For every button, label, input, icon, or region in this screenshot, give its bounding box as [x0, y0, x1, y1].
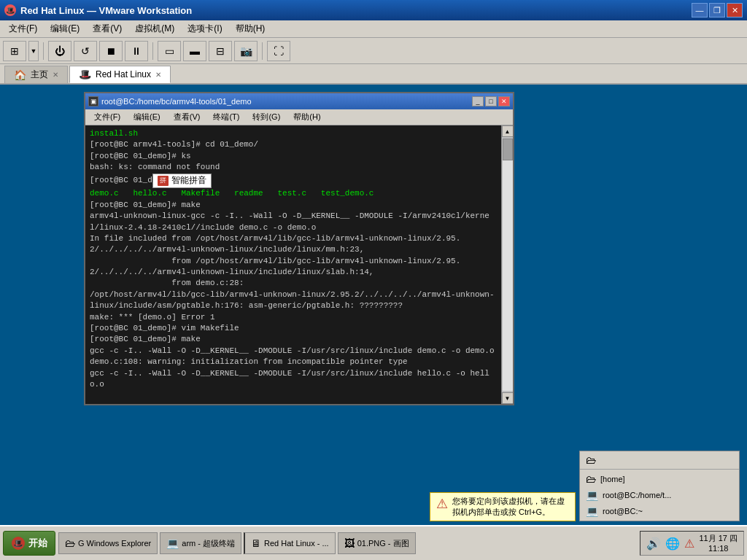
minimize-button[interactable]: — [692, 3, 708, 18]
tab-redhat-label: Red Hat Linux [96, 69, 151, 79]
scroll-track [503, 139, 513, 391]
tray-icon-2: 🌐 [665, 537, 680, 551]
taskbar-task-paint[interactable]: 🖼 01.PNG - 画图 [338, 532, 416, 554]
menubar: 文件(F) 编辑(E) 查看(V) 虚拟机(M) 选项卡(I) 帮助(H) [0, 20, 747, 38]
taskbar-paint-icon: 🖼 [344, 537, 355, 549]
terminal-menu: 文件(F) 编辑(E) 查看(V) 终端(T) 转到(G) 帮助(H) [85, 109, 513, 125]
titlebar: 🎩 Red Hat Linux — VMware Workstation — ❐… [0, 0, 747, 20]
tab-home-close[interactable]: ✕ [53, 71, 58, 79]
toolbar-btn-stop[interactable]: ⏹ [99, 41, 123, 61]
term-line-6: demo.c hello.c Makefile readme test.c te… [90, 188, 497, 199]
start-button[interactable]: 🎩 开始 [3, 531, 55, 556]
taskbar-redhat-label: Red Hat Linux - ... [264, 539, 329, 548]
term-menu-edit[interactable]: 编辑(E) [128, 110, 166, 124]
clock-date: 11月 17 四 [699, 533, 738, 543]
main-area: ▣ root@BC:/home/bc/armv4l-tools/01_demo … [0, 85, 747, 525]
terminal-controls[interactable]: _ □ ✕ [472, 96, 510, 106]
toolbar-btn-vm2[interactable]: ▬ [183, 41, 206, 61]
file-manager-panel: 🗁 🗁 [home] 💻 root@BC:/home/t... 💻 root@B… [579, 451, 740, 521]
toolbar-btn-1[interactable]: ⊞ [3, 41, 26, 61]
fm-home-label: [home] [600, 475, 625, 483]
scroll-thumb[interactable] [503, 139, 513, 160]
app-icon: 🎩 [4, 4, 16, 16]
clock: 11月 17 四 11:18 [699, 533, 738, 554]
taskbar-right: 🔊 🌐 ⚠ 11月 17 四 11:18 [640, 531, 744, 556]
tab-redhat[interactable]: 🎩 Red Hat Linux ✕ [69, 66, 171, 83]
menu-tabs[interactable]: 选项卡(I) [182, 21, 228, 36]
terminal-close-btn[interactable]: ✕ [498, 96, 510, 106]
toolbar-btn-power[interactable]: ⏻ [48, 41, 71, 61]
term-line-9: In file included from /opt/host/armv4l/l… [90, 233, 497, 256]
scroll-down-btn[interactable]: ▼ [502, 392, 514, 404]
fm-item-home[interactable]: 🗁 [home] [581, 471, 738, 487]
term-line-13: make: *** [demo.o] Error 1 [90, 312, 497, 323]
start-label: 开始 [28, 537, 47, 550]
menu-vm[interactable]: 虚拟机(M) [129, 21, 180, 36]
terminal-minimize-btn[interactable]: _ [472, 96, 484, 106]
tab-redhat-close[interactable]: ✕ [155, 71, 161, 79]
term-line-2: [root@BC armv4l-tools]# cd 01_demo/ [90, 139, 497, 150]
fm-item-terminal2[interactable]: 💻 root@BC:~ [581, 503, 738, 519]
terminal-body: install.sh [root@BC armv4l-tools]# cd 01… [85, 125, 513, 404]
taskbar: 🎩 开始 🗁 G Windows Explorer 💻 arm - 超级终端 🖥… [0, 525, 747, 560]
tray-icon-1: 🔊 [646, 537, 661, 551]
taskbar-task-terminal[interactable]: 💻 arm - 超级终端 [160, 532, 241, 554]
term-menu-goto[interactable]: 转到(G) [247, 110, 286, 124]
terminal-maximize-btn[interactable]: □ [485, 96, 497, 106]
terminal-content[interactable]: install.sh [root@BC armv4l-tools]# cd 01… [85, 125, 501, 404]
context-menu-label[interactable]: 智能拼音 [171, 175, 206, 187]
terminal-titlebar-left: ▣ root@BC:/home/bc/armv4l-tools/01_demo [88, 96, 252, 106]
term-menu-help[interactable]: 帮助(H) [287, 110, 326, 124]
toolbar: ⊞ ▼ ⏻ ↺ ⏹ ⏸ ▭ ▬ ⊟ 📷 ⛶ [0, 38, 747, 64]
notification-text: 您将要定向到该虚拟机，请在虚拟机内部单击或按 Ctrl+G。 [452, 496, 569, 518]
titlebar-title: Red Hat Linux — VMware Workstation [20, 5, 192, 16]
toolbar-btn-vm3[interactable]: ⊟ [209, 41, 232, 61]
toolbar-btn-refresh[interactable]: ↺ [74, 41, 97, 61]
term-line-4: bash: ks: command not found [90, 162, 497, 173]
scroll-up-btn[interactable]: ▲ [502, 125, 514, 137]
tray-warning-icon: ⚠ [684, 537, 694, 551]
taskbar-explorer-label: G Windows Explorer [78, 539, 151, 548]
toolbar-btn-dropdown[interactable]: ▼ [28, 41, 39, 61]
menu-help[interactable]: 帮助(H) [230, 21, 271, 36]
term-menu-file[interactable]: 文件(F) [88, 110, 126, 124]
tab-home[interactable]: 🏠 主页 ✕ [4, 66, 68, 83]
toolbar-separator-1 [43, 42, 44, 60]
titlebar-controls[interactable]: — ❐ ✕ [692, 3, 743, 18]
menu-file[interactable]: 文件(F) [3, 21, 43, 36]
toolbar-separator-3 [262, 42, 263, 60]
term-line-5: [root@BC 01_d拼智能拼音 [90, 174, 497, 189]
tab-home-icon: 🏠 [14, 69, 26, 81]
terminal-scrollbar[interactable]: ▲ ▼ [501, 125, 513, 404]
tab-home-label: 主页 [31, 69, 48, 81]
term-line-11: from demo.c:28: [90, 278, 497, 289]
taskbar-redhat-icon: 🖥 [251, 537, 261, 549]
fm-item-terminal1[interactable]: 💻 root@BC:/home/t... [581, 487, 738, 503]
taskbar-task-redhat[interactable]: 🖥 Red Hat Linux - ... [244, 532, 336, 554]
term-menu-terminal[interactable]: 终端(T) [207, 110, 245, 124]
toolbar-btn-capture[interactable]: 📷 [234, 41, 258, 61]
clock-time: 11:18 [699, 543, 738, 553]
fm-term1-label: root@BC:/home/t... [603, 491, 671, 499]
term-menu-view[interactable]: 查看(V) [168, 110, 206, 124]
term-line-16: gcc -c -I.. -Wall -O -D__KERNEL__ -DMODU… [90, 346, 497, 357]
toolbar-btn-vm1[interactable]: ▭ [158, 41, 181, 61]
term-line-14: [root@BC 01_demo]# vim Makefile [90, 323, 497, 334]
taskbar-task-explorer[interactable]: 🗁 G Windows Explorer [58, 532, 158, 554]
toolbar-btn-pause[interactable]: ⏸ [125, 41, 148, 61]
term-line-7: [root@BC 01_demo]# make [90, 200, 497, 211]
toolbar-btn-fullscreen[interactable]: ⛶ [267, 41, 290, 61]
menu-view[interactable]: 查看(V) [87, 21, 128, 36]
menu-edit[interactable]: 编辑(E) [44, 21, 85, 36]
close-button[interactable]: ✕ [727, 3, 743, 18]
terminal-title-text: root@BC:/home/bc/armv4l-tools/01_demo [101, 97, 252, 106]
fm-nav-icon: 🗁 [583, 453, 599, 467]
term-line-15: [root@BC 01_demo]# make [90, 334, 497, 345]
system-tray: 🔊 🌐 ⚠ 11月 17 四 11:18 [640, 531, 744, 556]
fm-home-icon: 🗁 [586, 473, 596, 485]
toolbar-separator-2 [152, 42, 153, 60]
restore-button[interactable]: ❐ [709, 3, 725, 18]
taskbar-terminal-icon: 💻 [166, 537, 179, 549]
notification: ⚠ 您将要定向到该虚拟机，请在虚拟机内部单击或按 Ctrl+G。 [430, 492, 576, 521]
taskbar-paint-label: 01.PNG - 画图 [357, 538, 409, 549]
